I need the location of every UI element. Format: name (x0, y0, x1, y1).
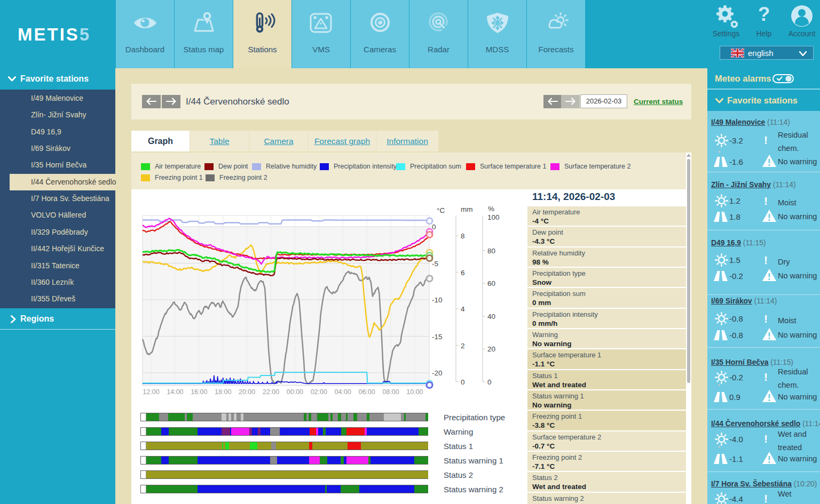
svg-text:14:00: 14:00 (167, 388, 183, 396)
svg-text:16:00: 16:00 (191, 388, 207, 396)
svg-text:12:00: 12:00 (143, 388, 159, 396)
svg-text:22:00: 22:00 (263, 388, 279, 396)
svg-text:18:00: 18:00 (215, 388, 231, 396)
svg-text:%: % (488, 205, 494, 213)
svg-text:°C: °C (437, 206, 445, 214)
svg-text:mm: mm (461, 205, 473, 213)
svg-text:00:00: 00:00 (287, 388, 303, 396)
svg-text:04:00: 04:00 (335, 388, 351, 396)
svg-text:06:00: 06:00 (358, 388, 375, 396)
svg-text:0: 0 (487, 378, 492, 386)
svg-text:100: 100 (487, 213, 500, 221)
svg-text:-5: -5 (432, 260, 438, 268)
svg-text:20:00: 20:00 (239, 388, 255, 396)
svg-text:40: 40 (487, 313, 495, 321)
svg-text:0: 0 (461, 378, 465, 386)
svg-text:10:00: 10:00 (406, 388, 423, 396)
svg-text:8: 8 (461, 232, 465, 240)
svg-text:08:00: 08:00 (382, 388, 399, 396)
svg-text:*: * (319, 21, 322, 28)
svg-text:02:00: 02:00 (311, 388, 327, 396)
svg-text:2: 2 (461, 342, 465, 350)
svg-text:60: 60 (487, 279, 495, 287)
svg-text:4: 4 (461, 305, 465, 313)
svg-text:-20: -20 (432, 369, 443, 377)
svg-text:-15: -15 (432, 333, 443, 341)
svg-text:-10: -10 (432, 296, 443, 304)
svg-text:6: 6 (461, 269, 465, 277)
svg-text:80: 80 (487, 247, 495, 255)
svg-text:20: 20 (487, 345, 495, 353)
